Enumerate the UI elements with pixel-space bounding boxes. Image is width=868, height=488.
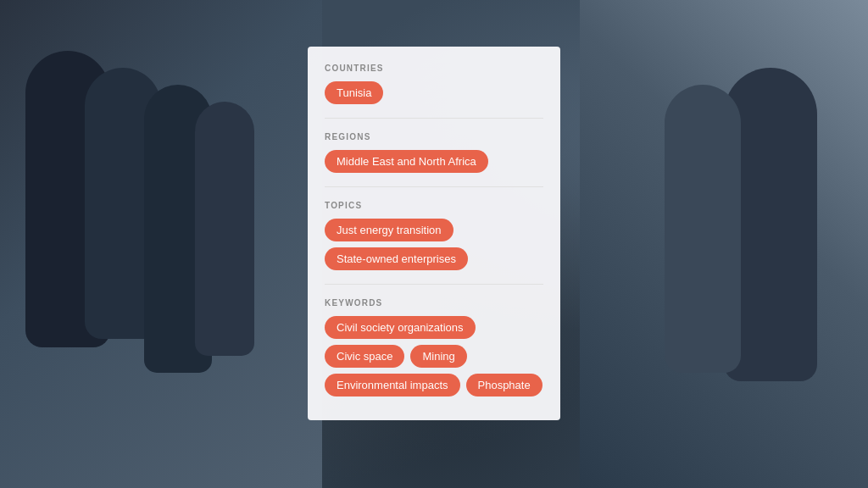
person-silhouette-4: [195, 102, 254, 356]
tag-mining[interactable]: Mining: [410, 345, 466, 368]
tag-phosphate[interactable]: Phosphate: [466, 374, 542, 396]
tag-civic-space[interactable]: Civic space: [325, 345, 404, 368]
tag-tunisia[interactable]: Tunisia: [325, 81, 383, 104]
person-silhouette-6: [665, 85, 741, 373]
topics-section: TOPICS Just energy transition State-owne…: [325, 201, 543, 270]
countries-section: COUNTRIES Tunisia: [325, 64, 543, 104]
regions-tags: Middle East and North Africa: [325, 150, 543, 173]
keywords-section: KEYWORDS Civil society organizations Civ…: [325, 298, 543, 396]
keywords-tags: Civil society organizations Civic space …: [325, 316, 543, 396]
tag-civil-society[interactable]: Civil society organizations: [325, 316, 476, 339]
keywords-label: KEYWORDS: [325, 298, 543, 308]
metadata-panel: COUNTRIES Tunisia REGIONS Middle East an…: [308, 47, 560, 420]
divider-3: [325, 284, 543, 285]
tag-environmental[interactable]: Environmental impacts: [325, 374, 460, 396]
tag-mena[interactable]: Middle East and North Africa: [325, 150, 488, 173]
countries-tags: Tunisia: [325, 81, 543, 104]
topics-tags: Just energy transition State-owned enter…: [325, 219, 543, 270]
regions-section: REGIONS Middle East and North Africa: [325, 132, 543, 173]
topics-label: TOPICS: [325, 201, 543, 210]
countries-label: COUNTRIES: [325, 64, 543, 73]
divider-2: [325, 186, 543, 187]
tag-state-owned[interactable]: State-owned enterprises: [325, 247, 468, 270]
regions-label: REGIONS: [325, 132, 543, 141]
tag-just-energy[interactable]: Just energy transition: [325, 219, 453, 241]
divider-1: [325, 118, 543, 119]
